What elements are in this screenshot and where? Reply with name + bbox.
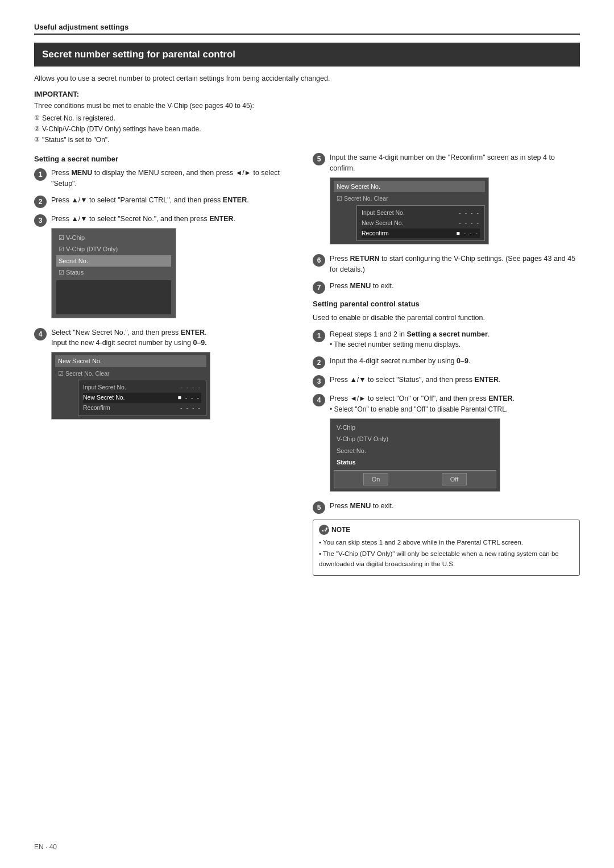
parental-step-3-circle: 3 bbox=[313, 375, 325, 388]
parental-step-2-circle: 2 bbox=[313, 356, 325, 369]
conditions-list: ①Secret No. is registered. ②V-Chip/V-Chi… bbox=[34, 113, 580, 146]
left-column: Setting a secret number 1 Press MENU to … bbox=[34, 152, 296, 576]
status-menu-vchip-dtv: V-Chip (DTV Only) bbox=[334, 433, 496, 445]
note-icon: 𝒩 bbox=[319, 525, 329, 535]
right-step-5-content: Input the same 4-digit number on the "Re… bbox=[330, 152, 580, 248]
step-4-row: 4 Select "New Secret No.", and then pres… bbox=[34, 327, 296, 423]
s5-reconfirm-row: Reconfirm ■ - - - bbox=[362, 229, 480, 239]
parental-step-1-circle: 1 bbox=[313, 330, 325, 342]
right-column: 5 Input the same 4-digit number on the "… bbox=[313, 152, 580, 576]
right-step-7-content: Press MENU to exit. bbox=[330, 281, 580, 292]
parental-status-intro: Used to enable or disable the parental c… bbox=[313, 313, 580, 323]
important-text: Three conditions must be met to enable t… bbox=[34, 101, 580, 111]
right-step-6-row: 6 Press RETURN to start configuring the … bbox=[313, 254, 580, 275]
right-step-7-circle: 7 bbox=[313, 281, 325, 294]
off-button[interactable]: Off bbox=[442, 473, 467, 486]
step-4-menu-header: New Secret No. bbox=[55, 355, 206, 367]
step-3-circle: 3 bbox=[34, 214, 47, 227]
page-header: Useful adjustment settings bbox=[34, 23, 580, 35]
step-5-menu: New Secret No. ☑ Secret No. Clear Input … bbox=[330, 177, 489, 245]
right-step-7-row: 7 Press MENU to exit. bbox=[313, 281, 580, 294]
step-1-content: Press MENU to display the MENU screen, a… bbox=[51, 168, 296, 189]
right-step-6-content: Press RETURN to start configuring the V-… bbox=[330, 254, 580, 275]
step-2-circle: 2 bbox=[34, 196, 47, 208]
step-1-circle: 1 bbox=[34, 168, 47, 181]
step-4-content: Select "New Secret No.", and then press … bbox=[51, 327, 296, 423]
parental-step-3-row: 3 Press ▲/▼ to select "Status", and then… bbox=[313, 375, 580, 388]
step-4-menu: New Secret No. ☑ Secret No. Clear Input … bbox=[51, 352, 210, 420]
step-2-content: Press ▲/▼ to select "Parental CTRL", and… bbox=[51, 195, 296, 206]
setting-secret-title: Setting a secret number bbox=[34, 155, 296, 163]
status-menu-vchip: V-Chip bbox=[334, 422, 496, 434]
step-4-sub-item: ☑ Secret No. Clear bbox=[55, 369, 206, 379]
step-5-menu-header: New Secret No. bbox=[334, 181, 485, 193]
parental-status-title: Setting parental control status bbox=[313, 300, 580, 308]
status-buttons: On Off bbox=[334, 470, 496, 489]
note-bullet-1: You can skip steps 1 and 2 above while i… bbox=[319, 538, 574, 547]
important-label: IMPORTANT: bbox=[34, 90, 580, 98]
parental-step-2-row: 2 Input the 4-digit secret number by usi… bbox=[313, 356, 580, 369]
step-3-menu: ☑ V-Chip ☑ V-Chip (DTV Only) Secret No. … bbox=[51, 228, 176, 318]
page-footer: EN · 40 bbox=[34, 843, 57, 851]
step-4-circle: 4 bbox=[34, 328, 47, 340]
menu-item-status: ☑ Status bbox=[56, 267, 171, 279]
step-4-inner: Input Secret No. - - - - New Secret No. … bbox=[78, 380, 206, 416]
step-3-row: 3 Press ▲/▼ to select "Secret No.", and … bbox=[34, 214, 296, 322]
right-step-5-circle: 5 bbox=[313, 153, 325, 165]
note-bullet-2: The "V-Chip (DTV Only)" will only be sel… bbox=[319, 549, 574, 569]
status-menu: V-Chip V-Chip (DTV Only) Secret No. Stat… bbox=[330, 418, 500, 492]
right-step-6-circle: 6 bbox=[313, 254, 325, 267]
condition-1: ①Secret No. is registered. bbox=[34, 113, 580, 124]
right-step-5-row: 5 Input the same 4-digit number on the "… bbox=[313, 152, 580, 248]
parental-step-1-content: Repeat steps 1 and 2 in Setting a secret… bbox=[330, 329, 580, 351]
parental-step-4-circle: 4 bbox=[313, 394, 325, 406]
status-menu-secretno: Secret No. bbox=[334, 445, 496, 457]
section-title-box: Secret number setting for parental contr… bbox=[34, 43, 580, 67]
input-row: Input Secret No. - - - - bbox=[83, 383, 201, 393]
parental-step-5-row: 5 Press MENU to exit. bbox=[313, 501, 580, 514]
condition-2: ②V-Chip/V-Chip (DTV Only) settings have … bbox=[34, 124, 580, 135]
reconfirm-row: Reconfirm - - - - bbox=[83, 403, 201, 413]
new-secret-row: New Secret No. ■ - - - bbox=[83, 393, 201, 403]
step-5-sub-item: ☑ Secret No. Clear bbox=[334, 194, 485, 204]
menu-item-vchip: ☑ V-Chip bbox=[56, 232, 171, 244]
intro-text: Allows you to use a secret number to pro… bbox=[34, 73, 580, 84]
step-1-row: 1 Press MENU to display the MENU screen,… bbox=[34, 168, 296, 189]
parental-step-5-content: Press MENU to exit. bbox=[330, 501, 580, 512]
step-2-row: 2 Press ▲/▼ to select "Parental CTRL", a… bbox=[34, 195, 296, 208]
s5-new-secret-row: New Secret No. - - - - bbox=[362, 218, 480, 229]
parental-step-1-row: 1 Repeat steps 1 and 2 in Setting a secr… bbox=[313, 329, 580, 351]
status-menu-status: Status bbox=[334, 456, 496, 468]
menu-item-vchip-dtv: ☑ V-Chip (DTV Only) bbox=[56, 243, 171, 255]
condition-3: ③"Status" is set to "On". bbox=[34, 135, 580, 146]
parental-step-3-content: Press ▲/▼ to select "Status", and then p… bbox=[330, 375, 580, 385]
s5-input-row: Input Secret No. - - - - bbox=[362, 208, 480, 218]
note-title: 𝒩 NOTE bbox=[319, 525, 574, 535]
parental-step-4-content: Press ◄/► to select "On" or "Off", and t… bbox=[330, 393, 580, 495]
parental-step-5-circle: 5 bbox=[313, 501, 325, 514]
menu-item-secretno: Secret No. bbox=[56, 255, 171, 267]
on-button[interactable]: On bbox=[363, 473, 389, 486]
parental-step-2-content: Input the 4-digit secret number by using… bbox=[330, 356, 580, 367]
parental-step-4-row: 4 Press ◄/► to select "On" or "Off", and… bbox=[313, 393, 580, 495]
step-5-inner: Input Secret No. - - - - New Secret No. … bbox=[356, 205, 485, 241]
note-box: 𝒩 NOTE You can skip steps 1 and 2 above … bbox=[313, 520, 580, 576]
step-3-content: Press ▲/▼ to select "Secret No.", and th… bbox=[51, 214, 296, 322]
